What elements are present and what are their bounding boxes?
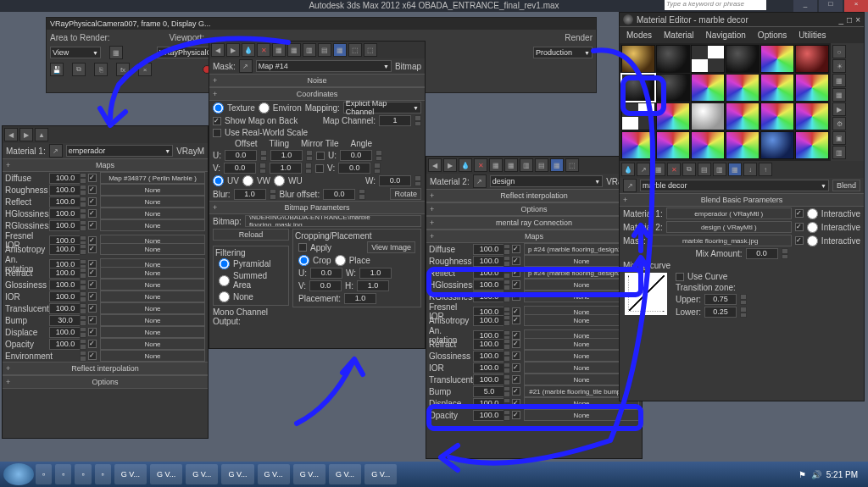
rotate-btn[interactable]: Rotate	[390, 188, 421, 200]
map-amount[interactable]: 100.0	[49, 327, 81, 338]
none-radio[interactable]	[219, 291, 230, 302]
map-slot-btn[interactable]: None	[100, 314, 205, 326]
spin-icon[interactable]	[80, 268, 86, 279]
material-sample-slot[interactable]	[656, 74, 690, 102]
map-amount[interactable]: 100.0	[473, 339, 505, 350]
material-sample-slot[interactable]	[656, 131, 690, 159]
rollout-header[interactable]: Options	[426, 202, 642, 216]
slate-mat-name[interactable]: marble decor	[640, 180, 829, 191]
menu-utilities[interactable]: Utilities	[793, 29, 831, 42]
tray-net-icon[interactable]: 🔊	[811, 470, 821, 479]
map-slot-btn[interactable]: None	[100, 267, 205, 279]
map-enable-chk[interactable]	[88, 185, 97, 194]
map-enable-chk[interactable]	[512, 257, 520, 265]
taskbar-item[interactable]: G V...	[258, 464, 290, 484]
minimize-button[interactable]: _	[793, 0, 817, 12]
show-end-icon[interactable]: ▦	[333, 43, 347, 57]
upper-s[interactable]: 0.75	[704, 294, 737, 305]
spin-icon[interactable]	[504, 268, 510, 279]
material-sample-slot[interactable]	[795, 102, 829, 130]
taskbar-item[interactable]: ▫	[36, 464, 52, 484]
s-m1-int-radio[interactable]	[807, 208, 818, 219]
u-mirror-chk[interactable]	[316, 152, 325, 160]
u-til[interactable]: 1.0	[270, 150, 303, 161]
map-slot-btn[interactable]: None	[100, 196, 205, 208]
spin-icon[interactable]	[80, 173, 86, 184]
map-enable-chk[interactable]	[88, 197, 97, 206]
options-rollout[interactable]: Options	[3, 375, 208, 389]
m2-name-dd[interactable]: design	[490, 175, 604, 187]
spin-icon[interactable]	[504, 351, 510, 362]
place-radio[interactable]	[335, 255, 346, 266]
rollout-header[interactable]: Reflect interpolation	[426, 189, 642, 202]
taskbar-item[interactable]: G V...	[186, 464, 218, 484]
w-ang[interactable]: 0.0	[379, 175, 411, 186]
spin-icon[interactable]	[504, 279, 510, 291]
map-enable-chk[interactable]	[88, 316, 97, 324]
eyedrop-icon[interactable]: ↗	[239, 59, 253, 73]
menu-navigation[interactable]: Navigation	[701, 29, 751, 42]
showback-chk[interactable]	[213, 117, 221, 125]
s-assign-icon[interactable]: ▦	[652, 163, 665, 176]
opts2-icon[interactable]: ⚙	[832, 117, 846, 130]
make-unique-icon[interactable]: ▤	[318, 43, 331, 57]
material-sample-slot[interactable]	[726, 74, 760, 102]
map-amount[interactable]: 30.0	[49, 315, 81, 326]
bluroff-spin[interactable]: 0.0	[323, 189, 355, 200]
map-amount[interactable]: 100.0	[49, 291, 81, 302]
spin-icon[interactable]	[504, 386, 510, 397]
tray-flag-icon[interactable]: ⚑	[798, 470, 806, 479]
m2-pick-icon[interactable]: ↗	[473, 174, 487, 188]
material-sample-slot[interactable]	[795, 74, 829, 102]
map-enable-chk[interactable]	[512, 375, 520, 384]
map-enable-chk[interactable]	[88, 209, 97, 218]
preset-dd[interactable]: Production	[533, 47, 593, 58]
reload-btn[interactable]: Reload	[213, 229, 289, 241]
map-amount[interactable]: 100.0	[473, 362, 505, 374]
spin-icon[interactable]	[504, 339, 510, 350]
s-mix-spin[interactable]: 0.0	[746, 248, 778, 259]
nav-fwd-icon[interactable]: ▶	[19, 128, 33, 141]
material-sample-slot[interactable]	[691, 102, 725, 130]
map-enable-chk[interactable]	[88, 304, 97, 313]
map-enable-chk[interactable]	[512, 245, 520, 253]
spin-icon[interactable]	[80, 303, 86, 314]
map-amount[interactable]: 100.0	[49, 339, 81, 350]
map-amount[interactable]: 100.0	[473, 279, 505, 291]
map-enable-chk[interactable]	[512, 307, 520, 316]
taskbar-item[interactable]: ▫	[95, 464, 111, 484]
map-enable-chk[interactable]	[88, 236, 97, 245]
sample-type-icon[interactable]: ○	[832, 45, 846, 58]
rollout-header[interactable]: mental ray Connection	[426, 216, 642, 230]
texture-radio[interactable]	[213, 102, 224, 113]
help-search[interactable]: Type a keyword or phrase	[665, 0, 766, 10]
u-ang[interactable]: 0.0	[340, 150, 372, 161]
map-slot-btn[interactable]: None	[100, 184, 205, 196]
nav-up-icon[interactable]: ▲	[35, 128, 48, 141]
map-slot-btn[interactable]: None	[524, 409, 639, 421]
spin-icon[interactable]	[504, 362, 510, 374]
sa1[interactable]	[260, 150, 267, 161]
sa-radio[interactable]	[219, 275, 230, 286]
wu-radio[interactable]	[274, 175, 285, 186]
map-enable-chk[interactable]	[88, 221, 97, 230]
area-dd[interactable]: View	[50, 47, 101, 58]
spin-icon[interactable]	[80, 351, 86, 362]
sa2[interactable]	[306, 150, 313, 161]
mtl-icon[interactable]: ▥	[832, 146, 846, 159]
sa9[interactable]	[359, 189, 365, 200]
uv-radio[interactable]	[213, 175, 224, 186]
s-showmap-icon[interactable]: ▦	[728, 163, 742, 176]
cv-s[interactable]: 0.0	[309, 280, 342, 291]
sa8[interactable]	[270, 189, 276, 200]
s-m2-btn[interactable]: design ( VRayMtl )	[666, 221, 792, 233]
material-sample-slot[interactable]	[760, 74, 794, 102]
map-enable-chk[interactable]	[88, 280, 97, 289]
sa6[interactable]	[374, 163, 381, 174]
opts-icon[interactable]: ▥	[303, 43, 316, 57]
s-reset-icon[interactable]: ✕	[667, 163, 681, 176]
s-get-icon[interactable]: 💧	[621, 163, 635, 176]
usecurve-chk[interactable]	[676, 273, 684, 281]
taskbar-item[interactable]: ▫	[75, 464, 91, 484]
map-amount[interactable]: 100.0	[473, 374, 505, 385]
